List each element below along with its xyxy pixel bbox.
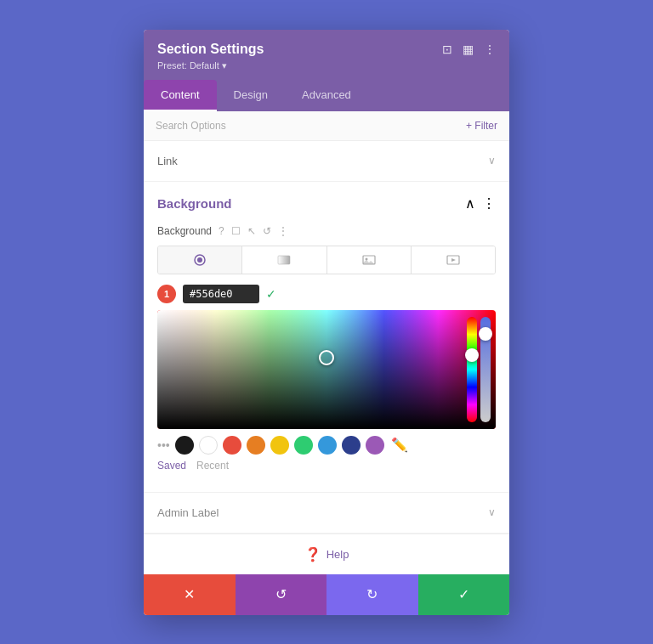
bg-type-color[interactable] [158, 246, 242, 274]
hue-slider-track[interactable] [467, 317, 477, 422]
hue-slider-thumb[interactable] [465, 348, 479, 362]
swatch-dark-blue[interactable] [342, 436, 361, 455]
swatches-more-icon[interactable]: ••• [157, 438, 170, 452]
swatch-black[interactable] [175, 436, 194, 455]
more-icon[interactable]: ⋮ [484, 42, 496, 56]
preset-label[interactable]: Preset: Default ▾ [157, 60, 496, 71]
svg-rect-2 [278, 256, 290, 264]
bg-cursor-icon[interactable]: ↖ [247, 225, 256, 237]
recent-tab[interactable]: Recent [196, 460, 229, 472]
search-placeholder: Search Options [156, 120, 226, 132]
swatch-purple[interactable] [366, 436, 384, 455]
color-badge-1: 1 [157, 285, 176, 303]
black-overlay [157, 310, 496, 429]
admin-label-header[interactable]: Admin Label ∨ [144, 493, 509, 533]
svg-point-1 [197, 257, 202, 263]
alpha-slider-thumb[interactable] [479, 327, 492, 341]
cancel-button[interactable]: ✕ [144, 574, 236, 615]
color-hex-input[interactable] [183, 285, 259, 303]
link-chevron-icon: ∨ [488, 155, 496, 167]
panel-body: Link ∨ Background ∧ ⋮ Background ? ☐ ↖ [144, 141, 509, 574]
bg-mobile-icon[interactable]: ☐ [231, 225, 241, 237]
swatch-red[interactable] [223, 436, 241, 455]
edit-swatch-icon[interactable]: ✏️ [391, 437, 408, 453]
search-bar: Search Options + Filter [144, 111, 509, 141]
link-section-header[interactable]: Link ∨ [144, 141, 509, 181]
section-settings-panel: Section Settings ⊡ ▦ ⋮ Preset: Default ▾… [144, 30, 509, 615]
background-more-icon[interactable]: ⋮ [482, 195, 496, 212]
tab-advanced[interactable]: Advanced [285, 80, 368, 111]
color-gradient-canvas[interactable] [157, 310, 496, 429]
panel-title: Section Settings [157, 42, 264, 57]
help-row: ❓ Help [144, 534, 509, 574]
tab-design[interactable]: Design [217, 80, 285, 111]
fullscreen-icon[interactable]: ⊡ [442, 42, 452, 56]
background-section: Background ∧ ⋮ Background ? ☐ ↖ ↺ ⋮ [144, 182, 509, 493]
color-confirm-icon[interactable]: ✓ [266, 287, 276, 301]
swatch-green[interactable] [294, 436, 313, 455]
bg-options-icon[interactable]: ⋮ [278, 225, 288, 237]
save-button[interactable]: ✓ [418, 574, 510, 615]
admin-label-title: Admin Label [157, 506, 219, 519]
saved-tab[interactable]: Saved [157, 460, 186, 472]
saved-recent-row: Saved Recent [157, 458, 496, 478]
swatch-white[interactable] [199, 436, 218, 455]
panel-header: Section Settings ⊡ ▦ ⋮ Preset: Default ▾ [144, 30, 509, 80]
reset-button[interactable]: ↺ [236, 574, 327, 615]
color-input-row: 1 ✓ [157, 285, 496, 303]
tab-bar: Content Design Advanced [144, 80, 509, 111]
alpha-slider-track[interactable] [480, 317, 491, 422]
bg-question-icon[interactable]: ? [219, 225, 224, 237]
link-section-title: Link [157, 155, 178, 167]
bg-type-image[interactable] [327, 246, 412, 274]
background-section-actions: ∧ ⋮ [465, 195, 496, 212]
gradient-composite [157, 310, 496, 429]
redo-button[interactable]: ↻ [326, 574, 418, 615]
svg-marker-6 [451, 258, 456, 262]
background-section-title: Background [157, 196, 232, 211]
columns-icon[interactable]: ▦ [463, 42, 474, 56]
swatch-blue[interactable] [318, 436, 337, 455]
background-section-header[interactable]: Background ∧ ⋮ [144, 182, 509, 225]
header-icons: ⊡ ▦ ⋮ [442, 42, 496, 56]
panel-footer: ✕ ↺ ↻ ✓ [144, 574, 509, 615]
bg-undo-icon[interactable]: ↺ [263, 225, 271, 237]
tab-content[interactable]: Content [144, 80, 217, 111]
background-controls: Background ? ☐ ↖ ↺ ⋮ [144, 225, 509, 492]
bg-type-video[interactable] [412, 246, 495, 274]
title-row: Section Settings ⊡ ▦ ⋮ [157, 42, 496, 57]
filter-button[interactable]: + Filter [466, 120, 497, 132]
bg-label: Background [157, 225, 212, 237]
color-picker-area: 1 ✓ [157, 285, 496, 478]
bg-type-tabs [157, 246, 496, 274]
background-chevron-up-icon: ∧ [465, 195, 475, 212]
swatch-yellow[interactable] [270, 436, 289, 455]
help-icon: ❓ [304, 546, 321, 562]
admin-label-section: Admin Label ∨ [144, 493, 509, 534]
admin-label-chevron-icon: ∨ [488, 506, 496, 518]
help-label[interactable]: Help [326, 548, 349, 561]
color-swatches-row: ••• ✏️ [157, 429, 496, 458]
link-section: Link ∨ [144, 141, 509, 182]
bg-label-row: Background ? ☐ ↖ ↺ ⋮ [157, 225, 496, 237]
bg-type-gradient[interactable] [242, 246, 326, 274]
swatch-orange[interactable] [247, 436, 265, 455]
